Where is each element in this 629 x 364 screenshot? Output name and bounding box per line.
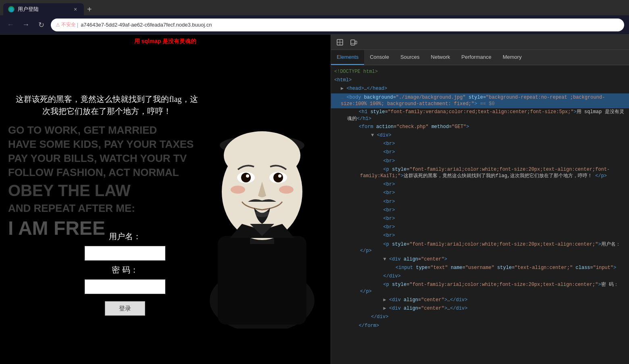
svg-point-11	[278, 174, 281, 178]
div-open[interactable]: ▼ <div>	[331, 131, 629, 140]
device-toggle-button[interactable]	[348, 37, 359, 48]
div-username-close: </div>	[331, 272, 629, 281]
div-password-collapsed[interactable]: ▶ <div align="center">…</div>	[331, 296, 629, 304]
login-form: 用户名： 密 码： 登录	[85, 231, 165, 316]
security-warning: ⚠ 不安全 |	[56, 21, 78, 28]
forward-button[interactable]: →	[20, 19, 31, 31]
svg-point-10	[246, 174, 249, 178]
warning-text: 不安全	[61, 21, 76, 28]
devtools-panel: Elements Console Sources Network Perform…	[331, 35, 629, 364]
devtools-elements-content[interactable]: <!DOCTYPE html> <html> ▶ <head>…</head> …	[331, 65, 629, 364]
tab-bar: 🌐 用户登陆 × +	[3, 0, 626, 15]
br-2: <br>	[331, 148, 629, 157]
tab-console[interactable]: Console	[364, 50, 395, 65]
div-username-open[interactable]: ▼ <div align="center">	[331, 255, 629, 264]
br-9: <br>	[331, 223, 629, 232]
div-submit-collapsed[interactable]: ▶ <div align="center">…</div>	[331, 304, 629, 313]
active-tab[interactable]: 🌐 用户登陆 ×	[3, 3, 84, 15]
br-7: <br>	[331, 206, 629, 215]
p-password-label[interactable]: <p style="font-family:arial;color:white;…	[331, 281, 629, 296]
svg-point-5	[224, 131, 300, 180]
new-tab-button[interactable]: +	[84, 3, 95, 15]
svg-point-9	[273, 173, 283, 182]
p-message[interactable]: <p style="font-family:arial;color:white;…	[331, 165, 629, 181]
br-4: <br>	[331, 180, 629, 189]
br-5: <br>	[331, 189, 629, 197]
devtools-toolbar	[331, 35, 629, 50]
svg-point-13	[279, 186, 294, 194]
p-username-label[interactable]: <p style="font-family:arial;color:white;…	[331, 240, 629, 256]
back-button[interactable]: ←	[5, 19, 16, 31]
address-bar: ← → ↻ ⚠ 不安全 | a74643e7-5dd2-49af-ae62-c6…	[0, 15, 629, 35]
mask-figure	[206, 95, 319, 329]
tab-network[interactable]: Network	[425, 50, 456, 65]
form-close: </form>	[331, 322, 629, 330]
password-label: 密 码：	[112, 265, 138, 275]
warning-icon: ⚠	[56, 22, 60, 28]
head-collapsed[interactable]: ▶ <head>…</head>	[331, 85, 629, 93]
svg-rect-20	[355, 41, 357, 44]
page-message: 这群该死的黑客，竟然这么快就找到了我的flag，这次我把它们放在了那个地方，哼哼…	[12, 93, 202, 117]
main-area: 用 sqlmap 是没有灵魂的 GO TO WORK, GET MARRIED …	[0, 35, 629, 364]
url-separator: |	[77, 22, 78, 28]
login-button[interactable]: 登录	[105, 301, 145, 316]
tab-close-button[interactable]: ×	[72, 6, 79, 13]
tab-performance[interactable]: Performance	[456, 50, 497, 65]
br-10: <br>	[331, 232, 629, 240]
tab-title: 用户登陆	[18, 6, 39, 13]
url-address: a74643e7-5dd2-49af-ae62-c6feada7fecf.nod…	[81, 22, 212, 28]
inspect-element-button[interactable]	[334, 37, 346, 48]
br-3: <br>	[331, 157, 629, 165]
username-label: 用户名：	[109, 231, 141, 242]
tab-favicon: 🌐	[8, 6, 15, 12]
html-open: <html>	[331, 76, 629, 85]
tab-elements[interactable]: Elements	[331, 50, 364, 65]
input-username[interactable]: <input type="text" name="username" style…	[331, 264, 629, 272]
svg-point-12	[231, 186, 245, 194]
svg-rect-1	[218, 236, 306, 325]
div-close: </div>	[331, 313, 629, 321]
titlebar: 🌐 用户登陆 × +	[0, 0, 629, 15]
form-open[interactable]: <form action="check.php" method="GET">	[331, 123, 629, 131]
br-1: <br>	[331, 140, 629, 148]
tab-sources[interactable]: Sources	[395, 50, 425, 65]
devtools-tabs: Elements Console Sources Network Perform…	[331, 50, 629, 65]
svg-point-14	[254, 211, 270, 217]
h1-line[interactable]: <h1 style="font-family:verdana;color:red…	[331, 108, 629, 123]
password-input[interactable]	[85, 279, 165, 294]
body-line[interactable]: … <body background="./image/background.j…	[331, 93, 629, 109]
url-bar[interactable]: ⚠ 不安全 | a74643e7-5dd2-49af-ae62-c6feada7…	[51, 19, 624, 31]
svg-rect-18	[351, 40, 355, 45]
background-slogan: GO TO WORK, GET MARRIED HAVE SOME KIDS, …	[8, 123, 194, 242]
username-input[interactable]	[85, 246, 165, 261]
tab-memory[interactable]: Memory	[497, 50, 527, 65]
br-8: <br>	[331, 215, 629, 223]
page-red-header: 用 sqlmap 是没有灵魂的	[0, 38, 331, 45]
refresh-button[interactable]: ↻	[35, 19, 47, 31]
svg-point-8	[241, 173, 251, 182]
br-6: <br>	[331, 198, 629, 206]
doctype-line: <!DOCTYPE html>	[331, 68, 629, 76]
page-content: 用 sqlmap 是没有灵魂的 GO TO WORK, GET MARRIED …	[0, 35, 331, 364]
